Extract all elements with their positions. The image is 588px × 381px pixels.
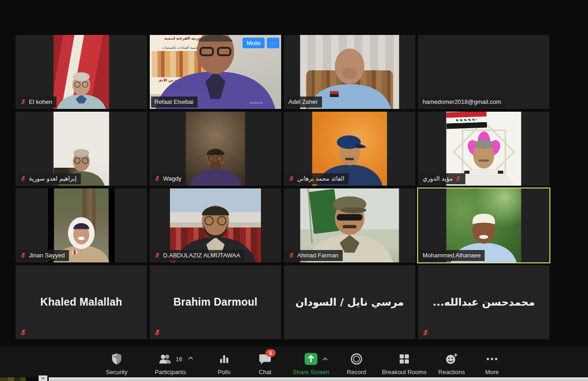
muted-mic-icon (20, 329, 27, 336)
video-tile-moayad-aldouri[interactable]: مؤيد الدوري (418, 112, 549, 186)
video-tile-hamedomer[interactable]: hamedomer2018@gmail.com (418, 35, 549, 109)
participant-name-label: El kohen (17, 97, 57, 108)
muted-mic-icon (154, 176, 160, 182)
muted-mic-icon (455, 176, 461, 182)
video-tile-mohammedhassan[interactable]: محمدحسن عبدالله... (418, 265, 549, 339)
participant-name: Ahmad Farman (297, 252, 339, 258)
person-silhouette (186, 112, 245, 186)
participant-name: hamedomer2018@gmail.com (423, 99, 501, 105)
zoom-meeting-window: El kohen ال١٣ للجنة العربية الفرعية لتنم… (0, 0, 588, 381)
shield-icon (111, 353, 122, 365)
video-grid: El kohen ال١٣ للجنة العربية الفرعية لتنم… (16, 35, 549, 339)
muted-mic-icon (154, 252, 160, 258)
share-screen-label: Share Screen (293, 369, 329, 375)
participant-name-label: القائد محمد برهاني (285, 173, 349, 184)
security-label: Security (106, 369, 128, 375)
chevron-up-icon[interactable] (188, 356, 193, 360)
security-button[interactable]: Security (87, 353, 147, 375)
mute-button[interactable]: Mute (243, 38, 265, 48)
chevron-down-icon (41, 377, 45, 380)
video-tile-refaat-elsebai[interactable]: ال١٣ للجنة العربية الفرعية لتنمية القياد… (150, 35, 281, 109)
participant-name-label: إبراهيم لعدو سورية (17, 173, 81, 184)
muted-mic-icon (20, 252, 26, 258)
reactions-icon (445, 353, 458, 365)
more-label: More (485, 369, 499, 375)
participant-name: Jinan Sayyed (29, 252, 65, 258)
participant-name-label: Refaat Elsebai (151, 97, 198, 108)
participant-name-label: D.ABDULAZIZ ALMUTAWAA (151, 250, 244, 261)
video-tile-mohammed-alhanaee[interactable]: Mohammed Alhanaee (418, 188, 549, 262)
video-tile-el-kohen[interactable]: El kohen (16, 35, 147, 109)
video-tile-wagdy[interactable]: Wagdy (150, 112, 281, 186)
video-feed (186, 112, 245, 186)
participant-name-label: Jinan Sayyed (17, 250, 69, 261)
participant-name: Brahim Darmoul (150, 265, 281, 339)
video-tile-khaled-malallah[interactable]: Khaled Malallah (16, 265, 147, 339)
participant-name: مؤيد الدوري (423, 176, 452, 182)
participant-name-label: Mohammed Alhanaee (419, 250, 485, 261)
share-screen-icon (304, 353, 318, 365)
participant-name: El kohen (29, 99, 52, 105)
video-tile-abdulaziz[interactable]: D.ABDULAZIZ ALMUTAWAA (150, 188, 281, 262)
participant-name: مرسي نايل / السودان (284, 265, 415, 339)
more-options-button[interactable]: ··· (267, 38, 279, 48)
participant-name: D.ABDULAZIZ ALMUTAWAA (163, 252, 240, 258)
meeting-toolbar: op Video Security 16 Par (0, 347, 588, 377)
more-dots-icon (486, 357, 498, 361)
more-button[interactable]: More (462, 353, 522, 375)
participant-name: القائد محمد برهاني (297, 176, 345, 182)
participant-name: Refaat Elsebai (154, 99, 193, 105)
participant-name: Khaled Malallah (16, 265, 147, 339)
participants-label: Participants (155, 369, 186, 375)
polls-label: Polls (218, 369, 231, 375)
background-window-edge (49, 377, 588, 381)
muted-mic-icon (288, 176, 294, 182)
muted-mic-icon (154, 329, 161, 336)
video-tile-jinan-sayyed[interactable]: Jinan Sayyed (16, 188, 147, 262)
participant-name: Mohammed Alhanaee (423, 252, 481, 258)
participant-name: محمدحسن عبدالله... (418, 265, 549, 339)
participant-name-label: Wagdy (151, 173, 186, 184)
video-tile-brahim-darmoul[interactable]: Brahim Darmoul (150, 265, 281, 339)
muted-mic-icon (422, 329, 429, 336)
participant-name-label: مؤيد الدوري (419, 173, 465, 184)
video-tile-morsi-nayel[interactable]: مرسي نايل / السودان (284, 265, 415, 339)
video-feed (54, 35, 109, 109)
muted-mic-icon (20, 99, 26, 105)
participant-name: Adel Zaher (288, 99, 318, 105)
participant-name: Wagdy (163, 176, 181, 182)
breakout-rooms-icon (399, 353, 410, 364)
breakout-rooms-label: Breakout Rooms (382, 369, 427, 375)
participant-name: إبراهيم لعدو سورية (29, 176, 77, 182)
participant-name-label: Adel Zaher (285, 97, 322, 108)
record-icon (351, 353, 362, 365)
video-tile-qaid-burhani[interactable]: القائد محمد برهاني (284, 112, 415, 186)
muted-mic-icon (20, 176, 26, 182)
participant-name-label: hamedomer2018@gmail.com (419, 97, 505, 108)
video-tile-adel-zaher[interactable]: Adel Zaher (284, 35, 415, 109)
participants-icon (158, 353, 173, 364)
muted-mic-icon (288, 252, 294, 258)
scroll-down-button[interactable] (39, 375, 47, 381)
background-window-fragment (0, 377, 26, 381)
chat-label: Chat (259, 369, 271, 375)
participant-name-label: Ahmad Farman (285, 250, 343, 261)
record-label: Record (347, 369, 366, 375)
participants-button[interactable]: 16 Participants (141, 353, 200, 375)
person-silhouette (54, 35, 109, 109)
video-tile-ahmad-farman[interactable]: Ahmad Farman (284, 188, 415, 262)
participants-count: 16 (175, 356, 182, 363)
chat-badge: 5 (266, 349, 276, 357)
video-tile-ibrahim[interactable]: إبراهيم لعدو سورية (16, 112, 147, 186)
reactions-label: Reactions (438, 369, 465, 375)
polls-icon (219, 353, 230, 364)
shirt-logo-text: SCOUTS (250, 102, 263, 104)
